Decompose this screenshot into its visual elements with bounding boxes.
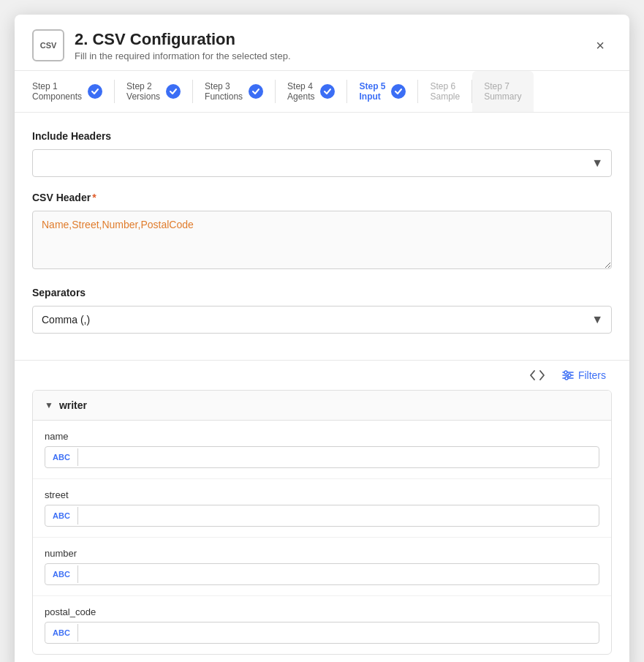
step-2-check (166, 84, 181, 99)
field-type-badge-number: ABC (45, 565, 78, 583)
field-input-wrapper-number: ABC (45, 563, 599, 585)
include-headers-select-wrapper: ▼ (32, 149, 612, 177)
separators-select-wrapper: Comma (,) Semicolon (;) Tab Pipe (|) ▼ (32, 306, 612, 334)
step-2-name: Versions (126, 91, 160, 102)
step-1-name: Components (32, 91, 82, 102)
step-1-check (88, 84, 102, 99)
field-input-wrapper-postal-code: ABC (45, 622, 599, 644)
modal-title-group: 2. CSV Configuration Fill in the require… (75, 30, 291, 61)
toolbar: Filters (15, 360, 629, 390)
step-3-name: Functions (205, 91, 243, 102)
code-icon (530, 370, 545, 380)
step-4-label: Step 4 (287, 81, 314, 91)
csv-header-textarea[interactable]: Name,Street,Number,PostalCode (32, 211, 612, 269)
step-4-name: Agents (287, 91, 314, 102)
field-label-number: number (45, 548, 599, 559)
close-button[interactable]: × (588, 34, 612, 57)
step-5-label: Step 5 (359, 81, 385, 91)
field-input-street[interactable] (78, 505, 599, 526)
separators-label: Separators (32, 287, 612, 298)
csv-header-section: CSV Header* Name,Street,Number,PostalCod… (32, 192, 612, 272)
field-label-name: name (45, 431, 599, 442)
step-4-text: Step 4 Agents (287, 81, 314, 102)
csv-icon: CSV (32, 29, 64, 61)
step-6-label: Step 6 (430, 81, 460, 91)
step-5-text: Step 5 Input (359, 81, 385, 102)
modal-header-left: CSV 2. CSV Configuration Fill in the req… (32, 29, 291, 61)
step-3[interactable]: Step 3 Functions (193, 71, 275, 112)
step-5[interactable]: Step 5 Input (347, 71, 417, 112)
step-5-name: Input (359, 91, 385, 102)
step-3-check (249, 84, 263, 99)
csv-header-label: CSV Header* (32, 192, 612, 203)
field-input-postal-code[interactable] (78, 622, 599, 643)
step-7-text: Step 7 Summary (484, 81, 521, 102)
step-4-check (320, 84, 335, 99)
field-label-street: street (45, 489, 599, 500)
modal-header: CSV 2. CSV Configuration Fill in the req… (15, 15, 629, 71)
step-2-text: Step 2 Versions (126, 81, 160, 102)
step-5-check (391, 84, 406, 99)
field-row-postal-code: postal_code ABC (33, 596, 611, 654)
include-headers-section: Include Headers ▼ (32, 130, 612, 177)
writer-title: writer (59, 399, 87, 411)
field-type-badge-street: ABC (45, 507, 78, 524)
step-6-text: Step 6 Sample (430, 81, 460, 102)
modal: CSV 2. CSV Configuration Fill in the req… (15, 15, 629, 662)
field-type-badge-name: ABC (45, 448, 78, 466)
step-6[interactable]: Step 6 Sample (418, 71, 471, 112)
field-label-postal-code: postal_code (45, 606, 599, 617)
step-1[interactable]: Step 1 Components (20, 71, 114, 112)
steps-bar: Step 1 Components Step 2 Versions Step 3… (15, 71, 629, 113)
include-headers-label: Include Headers (32, 130, 612, 142)
separators-select[interactable]: Comma (,) Semicolon (;) Tab Pipe (|) (32, 306, 612, 334)
code-toggle-button[interactable] (526, 367, 549, 383)
svg-point-3 (564, 371, 567, 374)
field-input-wrapper-street: ABC (45, 505, 599, 527)
field-row-name: name ABC (33, 421, 611, 479)
step-6-name: Sample (430, 91, 460, 102)
field-row-number: number ABC (33, 538, 611, 596)
field-input-number[interactable] (78, 564, 599, 584)
step-7-name: Summary (484, 91, 521, 102)
filters-button[interactable]: Filters (556, 366, 612, 384)
writer-header[interactable]: ▼ writer (33, 391, 611, 421)
step-2[interactable]: Step 2 Versions (115, 71, 192, 112)
step-1-label: Step 1 (32, 81, 82, 91)
field-row-street: street ABC (33, 479, 611, 538)
step-7-label: Step 7 (484, 81, 521, 91)
writer-section: ▼ writer name ABC street ABC number ABC (32, 390, 612, 655)
step-4[interactable]: Step 4 Agents (276, 71, 346, 112)
filters-icon (562, 370, 574, 380)
svg-point-4 (568, 374, 571, 377)
step-1-text: Step 1 Components (32, 81, 82, 102)
csv-header-required: * (92, 192, 96, 203)
step-2-label: Step 2 (126, 81, 160, 91)
writer-chevron-icon: ▼ (45, 400, 53, 410)
modal-body: Include Headers ▼ CSV Header* Name,Stree… (15, 113, 629, 360)
step-3-label: Step 3 (205, 81, 243, 91)
separators-section: Separators Comma (,) Semicolon (;) Tab P… (32, 287, 612, 334)
modal-title: 2. CSV Configuration (75, 30, 291, 49)
field-input-wrapper-name: ABC (45, 446, 599, 468)
field-input-name[interactable] (78, 447, 599, 467)
include-headers-select[interactable] (32, 149, 612, 177)
step-7[interactable]: Step 7 Summary (472, 71, 533, 112)
field-type-badge-postal-code: ABC (45, 624, 78, 642)
modal-subtitle: Fill in the required information for the… (75, 50, 291, 61)
filters-label: Filters (578, 369, 606, 381)
step-3-text: Step 3 Functions (205, 81, 243, 102)
svg-point-5 (565, 377, 568, 380)
